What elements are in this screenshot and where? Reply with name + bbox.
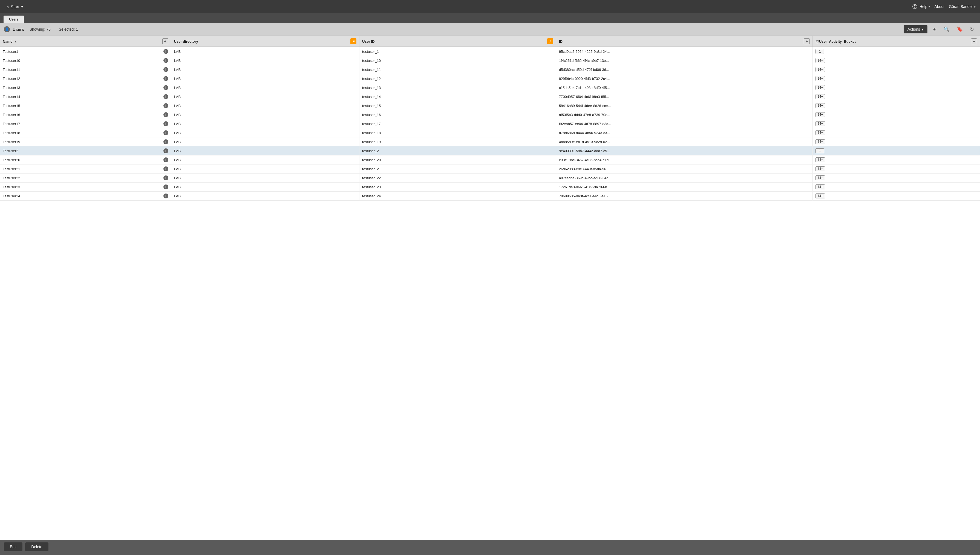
info-icon[interactable]: i	[164, 49, 168, 54]
info-icon[interactable]: i	[164, 103, 168, 108]
info-icon[interactable]: i	[164, 58, 168, 63]
cell-name: Testuser17 i	[0, 119, 171, 128]
info-icon[interactable]: i	[164, 85, 168, 90]
activity-badge[interactable]: 14+	[815, 76, 825, 81]
activity-badge[interactable]: 14+	[815, 67, 825, 72]
start-label: Start	[11, 4, 19, 9]
help-chevron-icon: ▾	[929, 5, 930, 8]
activity-badge[interactable]: 14+	[815, 103, 825, 108]
user-name-cell: Testuser22	[3, 176, 162, 180]
table-row[interactable]: Testuser16 i LAB testuser_16 af53f5b3-dd…	[0, 110, 980, 119]
cell-badge: 14+	[813, 92, 980, 101]
edit-button[interactable]: Edit	[4, 542, 22, 551]
activity-badge[interactable]: 1	[815, 49, 824, 54]
activity-badge[interactable]: 1	[815, 148, 824, 153]
cell-badge: 14+	[813, 192, 980, 201]
col-activity-bucket-add-icon[interactable]: +	[971, 38, 977, 44]
table-row[interactable]: Testuser17 i LAB testuser_17 f92eab57-ee…	[0, 119, 980, 128]
activity-badge[interactable]: 14+	[815, 194, 825, 199]
delete-button[interactable]: Delete	[25, 542, 48, 551]
table-row[interactable]: Testuser19 i LAB testuser_19 4bb85d9e-eb…	[0, 137, 980, 146]
cell-user-id: testuser_14	[359, 92, 556, 101]
grid-icon: ⊞	[932, 27, 937, 32]
cell-name: Testuser21 i	[0, 164, 171, 173]
start-button[interactable]: ⌂ Start ▾	[4, 3, 26, 10]
activity-badge[interactable]: 14+	[815, 167, 825, 171]
cell-id: c15da5e4-7c1b-408b-8df0-4f5...	[556, 83, 813, 92]
activity-badge[interactable]: 14+	[815, 157, 825, 162]
help-button[interactable]: ? Help ▾	[913, 4, 930, 9]
table-row[interactable]: Testuser23 i LAB testuser_23 17261de3-06…	[0, 183, 980, 192]
activity-badge[interactable]: 14+	[815, 175, 825, 180]
users-table-wrapper: Name ▲ + User directory ↗ User ID ↗	[0, 36, 980, 540]
activity-badge[interactable]: 14+	[815, 112, 825, 117]
table-row[interactable]: Testuser1 i LAB testuser_1 95cd0ac2-6964…	[0, 47, 980, 56]
tab-users[interactable]: Users	[3, 15, 24, 23]
activity-badge[interactable]: 14+	[815, 184, 825, 189]
activity-badge[interactable]: 14+	[815, 85, 825, 90]
cell-id: 9e403391-58a7-4442-ada7-c5...	[556, 146, 813, 156]
search-button[interactable]: 🔍	[942, 25, 952, 34]
table-row[interactable]: Testuser14 i LAB testuser_14 7700d957-6f…	[0, 92, 980, 101]
table-row[interactable]: Testuser15 i LAB testuser_15 58416a89-54…	[0, 101, 980, 110]
activity-badge[interactable]: 14+	[815, 58, 825, 63]
table-row[interactable]: Testuser11 i LAB testuser_11 d5d380ac-d5…	[0, 65, 980, 74]
cell-name: Testuser15 i	[0, 101, 171, 110]
info-icon[interactable]: i	[164, 194, 168, 199]
col-name-add-icon[interactable]: +	[162, 38, 168, 44]
about-button[interactable]: About	[935, 4, 945, 9]
user-name-label: Göran Sander	[949, 4, 973, 9]
info-icon[interactable]: i	[164, 121, 168, 126]
info-icon[interactable]: i	[164, 139, 168, 144]
info-icon[interactable]: i	[164, 94, 168, 99]
col-user-directory: User directory ↗	[171, 36, 359, 47]
cell-badge: 14+	[813, 65, 980, 74]
cell-id: 4bb85d9e-eb1d-4513-9c2d-02...	[556, 137, 813, 146]
info-icon[interactable]: i	[164, 184, 168, 189]
col-user-directory-filter-icon[interactable]: ↗	[350, 38, 356, 44]
activity-badge[interactable]: 14+	[815, 139, 825, 144]
info-icon[interactable]: i	[164, 67, 168, 72]
table-row[interactable]: Testuser21 i LAB testuser_21 26d62083-e8…	[0, 164, 980, 173]
actions-chevron-icon: ▾	[922, 27, 924, 32]
info-icon[interactable]: i	[164, 112, 168, 117]
info-icon[interactable]: i	[164, 157, 168, 162]
table-row[interactable]: Testuser18 i LAB testuser_18 d78d686d-d4…	[0, 128, 980, 137]
info-icon[interactable]: i	[164, 175, 168, 180]
col-user-id-filter-icon[interactable]: ↗	[547, 38, 553, 44]
cell-badge: 1	[813, 47, 980, 56]
col-id-add-icon[interactable]: +	[804, 38, 810, 44]
grid-view-button[interactable]: ⊞	[930, 25, 939, 34]
sort-asc-icon[interactable]: ▲	[14, 40, 17, 43]
cell-badge: 14+	[813, 173, 980, 183]
cell-badge: 14+	[813, 128, 980, 137]
actions-button[interactable]: Actions ▾	[904, 25, 927, 34]
bookmark-button[interactable]: 🔖	[954, 25, 965, 34]
cell-name: Testuser20 i	[0, 156, 171, 164]
table-row[interactable]: Testuser2 i LAB testuser_2 9e403391-58a7…	[0, 146, 980, 156]
cell-user-id: testuser_2	[359, 146, 556, 156]
tab-bar: Users	[0, 13, 980, 23]
refresh-button[interactable]: ↻	[968, 25, 976, 34]
toolbar-showing: Showing: 75	[30, 27, 51, 32]
table-row[interactable]: Testuser12 i LAB testuser_12 929f9b4c-09…	[0, 74, 980, 83]
table-row[interactable]: Testuser10 i LAB testuser_10 1f4c261d-f6…	[0, 56, 980, 65]
info-icon[interactable]: i	[164, 148, 168, 153]
activity-badge[interactable]: 14+	[815, 94, 825, 99]
user-menu-button[interactable]: Göran Sander ▾	[949, 4, 976, 9]
table-row[interactable]: Testuser24 i LAB testuser_24 78699635-0a…	[0, 192, 980, 201]
cell-dir: LAB	[171, 119, 359, 128]
user-name-cell: Testuser1	[3, 50, 162, 54]
start-chevron-icon: ▾	[21, 4, 23, 9]
activity-badge[interactable]: 14+	[815, 121, 825, 126]
activity-badge[interactable]: 14+	[815, 130, 825, 135]
info-icon[interactable]: i	[164, 76, 168, 81]
cell-user-id: testuser_16	[359, 110, 556, 119]
table-row[interactable]: Testuser13 i LAB testuser_13 c15da5e4-7c…	[0, 83, 980, 92]
user-name-cell: Testuser2	[3, 149, 162, 153]
info-icon[interactable]: i	[164, 130, 168, 135]
table-row[interactable]: Testuser20 i LAB testuser_20 e33e19bc-34…	[0, 156, 980, 164]
col-user-id-label: User ID	[362, 39, 375, 43]
info-icon[interactable]: i	[164, 167, 168, 171]
table-row[interactable]: Testuser22 i LAB testuser_22 a87cedba-36…	[0, 173, 980, 183]
